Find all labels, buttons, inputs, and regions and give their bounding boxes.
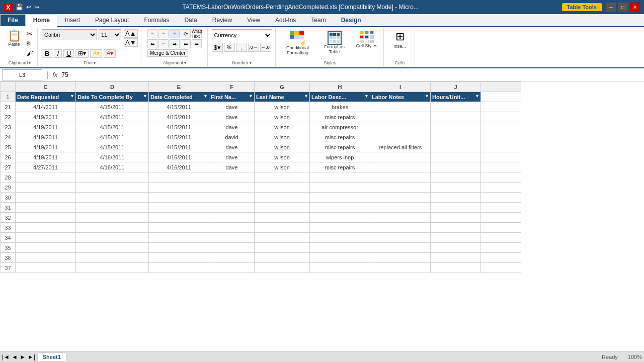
cut-button[interactable]: ✂ — [25, 29, 34, 38]
table-tools-tab[interactable]: Table Tools — [562, 3, 602, 11]
cell-styles-btn[interactable]: Cell Styles — [353, 29, 381, 50]
cell-22-i[interactable] — [370, 112, 431, 122]
cell-26-d[interactable]: 4/16/2011 — [76, 152, 149, 162]
dropdown-arrow-labor-notes[interactable]: ▼ — [425, 94, 429, 99]
cell-24-g[interactable]: wilson — [255, 132, 310, 142]
cell-25-j[interactable] — [431, 142, 481, 152]
paste-button[interactable]: 📋 Paste — [5, 29, 23, 48]
table-row[interactable]: 23 4/19/2011 4/15/2011 4/15/2011 dave wi… — [1, 122, 521, 132]
border-button[interactable]: ⊞▾ — [75, 49, 89, 58]
cell-26-e[interactable]: 4/16/2011 — [149, 152, 209, 162]
col-labor-notes[interactable]: Labor Notes ▼ — [370, 92, 431, 102]
nav-last-sheet-btn[interactable]: ►| — [28, 353, 35, 360]
font-name-select[interactable]: Calibri — [42, 29, 97, 40]
bold-button[interactable]: B — [42, 49, 52, 58]
align-top-right-btn[interactable]: ≡ — [170, 29, 180, 38]
table-row[interactable]: 22 4/19/2011 4/15/2011 4/15/2011 dave wi… — [1, 112, 521, 122]
cell-25-g[interactable]: wilson — [255, 142, 310, 152]
cell-23-c[interactable]: 4/19/2011 — [16, 122, 76, 132]
number-expand-icon[interactable]: ▾ — [250, 61, 252, 65]
cell-25-i[interactable]: replaced all filters — [370, 142, 431, 152]
cell-22-f[interactable]: dave — [209, 112, 255, 122]
row-num-31[interactable]: 31 — [1, 203, 16, 213]
dropdown-arrow-labor-desc[interactable]: ▼ — [364, 94, 369, 99]
indent-decrease-btn[interactable]: ⬅ — [181, 39, 191, 48]
cell-23-e[interactable]: 4/15/2011 — [149, 122, 209, 132]
col-header-F[interactable]: F — [209, 82, 255, 92]
font-expand-icon[interactable]: ▾ — [94, 61, 96, 65]
col-header-D[interactable]: D — [76, 82, 149, 92]
cell-26-f[interactable]: dave — [209, 152, 255, 162]
cell-23-j[interactable] — [431, 122, 481, 132]
nav-first-sheet-btn[interactable]: |◄ — [2, 353, 10, 360]
row-num-33[interactable]: 33 — [1, 223, 16, 233]
formula-input[interactable] — [61, 71, 642, 78]
percent-btn[interactable]: % — [224, 43, 235, 52]
indent-increase-btn[interactable]: ➡ — [192, 39, 202, 48]
fill-color-button[interactable]: A▾ — [90, 49, 102, 58]
col-header-more[interactable] — [481, 82, 521, 92]
tab-page-layout[interactable]: Page Layout — [88, 14, 136, 26]
align-top-left-btn[interactable]: ≡ — [147, 29, 157, 38]
col-header-H[interactable]: H — [310, 82, 370, 92]
cell-22-d[interactable]: 4/15/2011 — [76, 112, 149, 122]
tab-add-ins[interactable]: Add-Ins — [268, 14, 303, 26]
conditional-formatting-btn[interactable]: ⚡ Conditional Formatting — [280, 29, 316, 57]
alignment-expand-icon[interactable]: ▾ — [184, 61, 186, 65]
col-header-J[interactable]: J — [431, 82, 481, 92]
cell-23-g[interactable]: wilson — [255, 122, 310, 132]
table-row[interactable]: 21 4/14/2011 4/15/2011 4/15/2011 dave wi… — [1, 102, 521, 112]
table-row[interactable]: 27 4/27/2011 4/16/2011 4/16/2011 dave wi… — [1, 162, 521, 172]
cell-21-e[interactable]: 4/15/2011 — [149, 102, 209, 112]
number-format-select[interactable]: Currency General Number Percentage Date … — [212, 29, 272, 41]
orientation-btn[interactable]: ⟳ — [181, 29, 191, 38]
cell-27-j[interactable] — [431, 162, 481, 172]
cell-25-h[interactable]: misc repairs — [310, 142, 370, 152]
comma-btn[interactable]: , — [236, 43, 247, 52]
row-num-21[interactable]: 21 — [1, 102, 16, 112]
row-num-25[interactable]: 25 — [1, 142, 16, 152]
italic-button[interactable]: I — [54, 49, 62, 58]
format-as-table-btn[interactable]: Format as Table — [319, 29, 350, 56]
cell-22-j[interactable] — [431, 112, 481, 122]
tab-review[interactable]: Review — [205, 14, 239, 26]
nav-prev-sheet-btn[interactable]: ◄ — [12, 353, 18, 360]
cell-25-c[interactable]: 4/19/2011 — [16, 142, 76, 152]
tab-team[interactable]: Team — [303, 14, 333, 26]
tab-design[interactable]: Design — [334, 14, 369, 26]
align-right-btn[interactable]: ➡ — [170, 39, 180, 48]
cell-24-d[interactable]: 4/15/2011 — [76, 132, 149, 142]
undo-btn[interactable]: ↩ — [26, 4, 31, 11]
cell-21-f[interactable]: dave — [209, 102, 255, 112]
increase-font-btn[interactable]: A▲ — [124, 29, 138, 38]
cell-26-h[interactable]: wipers inop — [310, 152, 370, 162]
tab-formulas[interactable]: Formulas — [136, 14, 177, 26]
font-size-select[interactable]: 11 — [99, 29, 121, 40]
row-num-37[interactable]: 37 — [1, 263, 16, 273]
align-center-btn[interactable]: ≡ — [158, 39, 169, 48]
close-btn[interactable]: ✕ — [630, 3, 640, 12]
cell-25-e[interactable]: 4/15/2011 — [149, 142, 209, 152]
cell-27-g[interactable]: wilson — [255, 162, 310, 172]
cell-21-c[interactable]: 4/14/2011 — [16, 102, 76, 112]
quick-save-icon[interactable]: 💾 — [16, 4, 23, 11]
row-num-29[interactable]: 29 — [1, 183, 16, 193]
cell-21-i[interactable] — [370, 102, 431, 112]
tab-home[interactable]: Home — [26, 14, 57, 27]
cell-23-i[interactable] — [370, 122, 431, 132]
col-header-G[interactable]: G — [255, 82, 310, 92]
cell-27-i[interactable] — [370, 162, 431, 172]
cell-21-d[interactable]: 4/15/2011 — [76, 102, 149, 112]
cell-24-e[interactable]: 4/15/2011 — [149, 132, 209, 142]
cell-27-c[interactable]: 4/27/2011 — [16, 162, 76, 172]
wrap-text-btn[interactable]: Wrap Text — [192, 29, 202, 38]
table-row[interactable]: 26 4/19/2011 4/16/2011 4/16/2011 dave wi… — [1, 152, 521, 162]
cell-27-e[interactable]: 4/16/2011 — [149, 162, 209, 172]
font-color-button[interactable]: A▾ — [104, 49, 116, 58]
col-date-completed[interactable]: Date Completed ▼ — [149, 92, 209, 102]
cell-26-j[interactable] — [431, 152, 481, 162]
copy-button[interactable]: ⎘ — [25, 40, 34, 48]
select-all-btn[interactable] — [1, 82, 16, 92]
align-left-btn[interactable]: ⬅ — [147, 39, 157, 48]
cell-21-g[interactable]: wilson — [255, 102, 310, 112]
